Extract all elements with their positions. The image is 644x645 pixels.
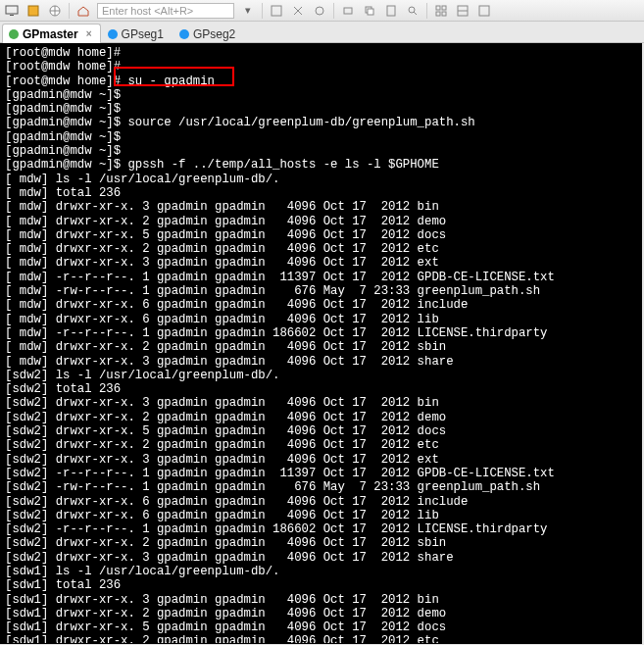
home-icon[interactable] xyxy=(75,3,91,19)
maximize-icon[interactable] xyxy=(476,3,492,19)
print-icon[interactable] xyxy=(340,3,356,19)
status-dot-icon xyxy=(179,29,189,39)
tool-icon-2[interactable] xyxy=(290,3,306,19)
status-dot-icon xyxy=(9,29,19,39)
tile-icon[interactable] xyxy=(433,3,449,19)
close-icon[interactable]: × xyxy=(86,28,92,39)
svg-rect-16 xyxy=(479,6,489,16)
svg-rect-13 xyxy=(436,12,440,16)
svg-rect-14 xyxy=(442,12,446,16)
svg-rect-11 xyxy=(436,6,440,10)
status-dot-icon xyxy=(108,29,118,39)
separator xyxy=(69,3,70,19)
svg-rect-6 xyxy=(344,8,352,14)
separator xyxy=(333,3,334,19)
tab-gpmaster[interactable]: GPmaster × xyxy=(2,24,101,43)
svg-rect-1 xyxy=(10,15,14,16)
svg-rect-8 xyxy=(368,9,373,15)
svg-rect-0 xyxy=(6,6,18,14)
separator xyxy=(262,3,263,19)
svg-rect-9 xyxy=(387,6,395,16)
svg-rect-12 xyxy=(442,6,446,10)
app-icon[interactable] xyxy=(25,3,41,19)
tool-icon-1[interactable] xyxy=(269,3,284,19)
svg-rect-2 xyxy=(28,6,38,16)
dropdown-icon[interactable]: ▾ xyxy=(240,3,256,19)
separator xyxy=(426,3,427,19)
terminal-pane[interactable]: [root@mdw home]# [root@mdw home]# [root@… xyxy=(0,43,642,644)
tab-label: GPseg2 xyxy=(193,27,235,41)
paste-icon[interactable] xyxy=(383,3,399,19)
svg-point-5 xyxy=(316,7,323,15)
terminal-output: [root@mdw home]# [root@mdw home]# [root@… xyxy=(1,44,641,644)
tab-label: GPseg1 xyxy=(122,27,164,41)
host-input[interactable]: Enter host <Alt+R> xyxy=(97,3,234,19)
copy-icon[interactable] xyxy=(362,3,377,19)
monitor-icon[interactable] xyxy=(4,3,20,19)
globe-icon[interactable] xyxy=(47,3,63,19)
tab-gpseg1[interactable]: GPseg1 xyxy=(101,24,173,43)
search-icon[interactable] xyxy=(405,3,421,19)
toolbar: Enter host <Alt+R> ▾ xyxy=(0,0,644,22)
host-placeholder: Enter host <Alt+R> xyxy=(102,5,193,17)
tab-gpseg2[interactable]: GPseg2 xyxy=(173,24,244,43)
tool-icon-3[interactable] xyxy=(312,3,327,19)
tab-bar: GPmaster × GPseg1 GPseg2 xyxy=(0,22,644,43)
tab-label: GPmaster xyxy=(23,27,78,41)
layout-icon[interactable] xyxy=(455,3,471,19)
svg-rect-4 xyxy=(272,6,281,16)
